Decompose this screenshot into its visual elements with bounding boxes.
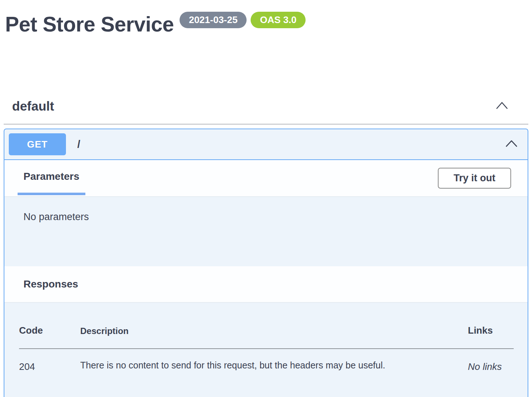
responses-header-code: Code	[19, 302, 80, 349]
page-title: Pet Store Service	[5, 11, 174, 38]
tab-parameters[interactable]: Parameters	[18, 160, 85, 195]
try-it-out-button[interactable]: Try it out	[438, 168, 511, 189]
responses-header-description: Description	[80, 302, 468, 349]
table-row: 204 There is no content to send for this…	[19, 349, 514, 395]
responses-table-header-row: Code Description Links	[19, 302, 514, 349]
response-description-cell: There is no content to send for this req…	[80, 349, 468, 395]
tag-section-header-default[interactable]: default	[4, 89, 528, 125]
parameters-tab-label: Parameters	[23, 171, 80, 182]
response-code-cell: 204	[19, 349, 80, 395]
operation-summary[interactable]: GET /	[4, 129, 528, 160]
responses-section-header: Responses	[4, 266, 528, 302]
http-method-button[interactable]: GET	[9, 133, 66, 155]
oas-version-badge: OAS 3.0	[251, 12, 306, 28]
responses-table: Code Description Links 204 There is no c…	[19, 302, 514, 395]
responses-header-links: Links	[468, 302, 514, 349]
response-links-cell: No links	[468, 349, 514, 395]
responses-body: Code Description Links 204 There is no c…	[4, 302, 528, 397]
parameters-body: No parameters	[4, 196, 528, 266]
version-badge: 2021-03-25	[180, 12, 247, 28]
opblock-get-root: GET / Parameters Try it out No parameter…	[4, 129, 528, 397]
responses-title: Responses	[23, 278, 78, 290]
no-parameters-message: No parameters	[23, 211, 89, 222]
badge-group: 2021-03-25 OAS 3.0	[180, 12, 306, 28]
parameters-section-header: Parameters Try it out	[4, 160, 528, 196]
chevron-up-icon[interactable]	[495, 101, 509, 112]
tag-section-title: default	[12, 99, 54, 114]
page-header: Pet Store Service 2021-03-25 OAS 3.0	[0, 0, 532, 38]
chevron-up-icon[interactable]	[505, 139, 518, 149]
operation-path: /	[77, 138, 80, 151]
